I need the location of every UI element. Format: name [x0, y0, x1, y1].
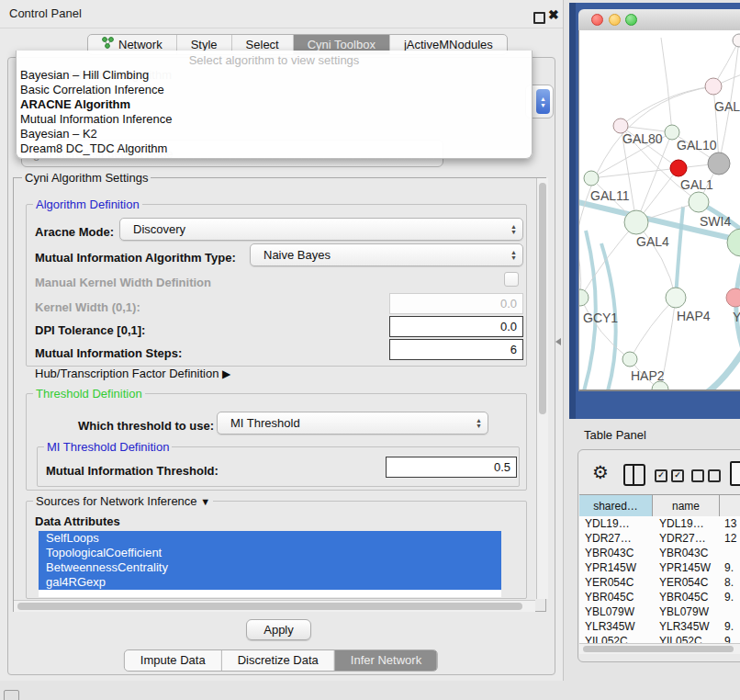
which-threshold-combobox[interactable]: MI Threshold ▲▼: [217, 412, 488, 435]
network-node-label: Y: [733, 310, 740, 324]
mi-steps-field[interactable]: 6: [389, 339, 523, 360]
network-edge[interactable]: [579, 234, 581, 298]
table-row[interactable]: YBR045CYBR045C9.: [579, 590, 740, 604]
table-cell: YBL079W: [653, 604, 720, 619]
bottom-tabbar: Impute DataDiscretize DataInfer Network: [124, 649, 438, 672]
split-divider-arrow[interactable]: [555, 338, 561, 345]
network-node[interactable]: [733, 34, 740, 47]
network-edge[interactable]: [676, 207, 683, 298]
table-row[interactable]: YDL19…YDL19…13: [579, 516, 740, 531]
dropdown-item[interactable]: Bayesian – Hill Climbing: [17, 68, 532, 83]
dropdown-item[interactable]: Mutual Information Inference: [17, 112, 532, 127]
table-column-header[interactable]: shared…: [579, 495, 653, 517]
table-column-header[interactable]: A: [720, 495, 740, 517]
gear-icon[interactable]: ⚙: [592, 461, 609, 483]
dropdown-item[interactable]: Bayesian – K2: [17, 127, 532, 141]
network-edge[interactable]: [661, 38, 672, 132]
manual-kernel-width-checkbox[interactable]: [504, 272, 519, 287]
mi-algorithm-type-combobox[interactable]: Naive Bayes ▲▼: [250, 243, 523, 266]
minimize-traffic-light[interactable]: [609, 14, 621, 26]
table-row[interactable]: YPR145WYPR145W9.: [579, 560, 740, 575]
scrollbar-thumb[interactable]: [17, 603, 522, 610]
table-cell: YPR145W: [653, 560, 720, 575]
minimized-panel-icon[interactable]: [4, 690, 19, 700]
attribute-list-item[interactable]: gal4RGexp: [39, 575, 501, 590]
close-traffic-light[interactable]: [591, 14, 603, 26]
dropdown-item[interactable]: Dream8 DC_TDC Algorithm: [17, 141, 532, 156]
aracne-mode-combobox[interactable]: Discovery ▲▼: [119, 218, 523, 241]
network-node-label: GAL4: [636, 234, 669, 249]
table-row[interactable]: YBL079WYBL079W: [579, 604, 740, 619]
network-node[interactable]: [726, 288, 740, 307]
data-attributes-label: Data Attributes: [35, 514, 120, 528]
network-node[interactable]: [624, 210, 648, 234]
hub-transcription-factor-expander[interactable]: Hub/Transcription Factor Definition ▶: [35, 367, 230, 380]
attribute-list-item[interactable]: SelfLoops: [39, 531, 501, 546]
settings-horizontal-scrollbar[interactable]: [14, 600, 535, 612]
network-node-label: HAP2: [631, 368, 665, 383]
dropdown-item[interactable]: ARACNE Algorithm: [17, 97, 532, 112]
network-edge[interactable]: [580, 222, 636, 298]
network-node[interactable]: [579, 289, 589, 306]
table-cell: YBR045C: [579, 590, 653, 604]
network-edge[interactable]: [630, 298, 676, 359]
network-node-label: GAL11: [590, 188, 630, 203]
table-cell: YER054C: [653, 575, 720, 590]
dpi-tolerance-field[interactable]: 0.0: [389, 316, 523, 337]
scrollbar-thumb[interactable]: [583, 646, 734, 652]
table-cell: YDL19…: [579, 516, 653, 531]
apply-button[interactable]: Apply: [246, 619, 311, 640]
table-cell: [720, 546, 740, 560]
table-row[interactable]: YBR043CYBR043C: [579, 546, 740, 560]
kernel-width-field[interactable]: 0.0: [389, 293, 523, 314]
bottom-tab-infer-network[interactable]: Infer Network: [334, 650, 437, 671]
columns-icon[interactable]: [623, 464, 645, 486]
network-edge[interactable]: [695, 352, 740, 391]
table-cell: YER054C: [579, 575, 653, 590]
algorithm-definition-title: Algorithm Definition: [33, 198, 142, 211]
network-node-label: GAL10: [677, 138, 717, 152]
table-row[interactable]: YIL052CYIL052C9: [579, 634, 740, 643]
network-node[interactable]: [727, 229, 740, 256]
network-node[interactable]: [705, 78, 722, 95]
network-node[interactable]: [670, 160, 687, 176]
network-node[interactable]: [708, 152, 730, 175]
bottom-tab-impute-data[interactable]: Impute Data: [125, 650, 221, 671]
table-row[interactable]: YDR27…YDR27…12: [579, 531, 740, 546]
bottom-tab-discretize-data[interactable]: Discretize Data: [221, 650, 334, 671]
network-edge[interactable]: [621, 86, 713, 126]
network-edge[interactable]: [580, 298, 630, 359]
attribute-list-item[interactable]: BetweennessCentrality: [39, 560, 501, 575]
network-node[interactable]: [689, 192, 709, 212]
dropdown-item[interactable]: Basic Correlation Inference: [17, 83, 532, 97]
network-window-titlebar[interactable]: [578, 9, 740, 31]
table-cell: YBL079W: [579, 604, 653, 619]
file-icon[interactable]: [730, 461, 740, 486]
float-window-icon[interactable]: [533, 12, 545, 24]
unchecked-box-icon: [691, 469, 704, 482]
network-node[interactable]: [666, 288, 686, 308]
sources-group-title[interactable]: Sources for Network Inference ▼: [33, 494, 213, 508]
table-cell: 13: [720, 516, 740, 531]
table-column-header[interactable]: name: [653, 495, 720, 517]
zoom-traffic-light[interactable]: [625, 14, 637, 26]
stepper-arrows-icon: ▲▼: [536, 89, 550, 114]
network-node[interactable]: [622, 352, 637, 367]
network-edge[interactable]: [591, 168, 678, 178]
table-row[interactable]: YLR345WYLR345W9.: [579, 619, 740, 634]
stepper-arrows-icon: ▲▼: [510, 250, 517, 261]
network-node[interactable]: [584, 171, 599, 186]
table-horizontal-scrollbar[interactable]: [579, 643, 740, 654]
network-node-label: GAL1: [680, 177, 713, 192]
attribute-list-item[interactable]: TopologicalCoefficient: [39, 546, 501, 560]
network-view[interactable]: GALGAL80GAL10GAL1GAL11SWI4GAL4GCY1HAP4YH…: [578, 30, 740, 391]
dropdown-list: Bayesian – Hill ClimbingBasic Correlatio…: [17, 68, 532, 156]
scrollbar-thumb[interactable]: [539, 183, 546, 414]
deselect-all-checkboxes-icon[interactable]: [691, 469, 721, 482]
settings-vertical-scrollbar[interactable]: [536, 178, 548, 599]
table-row[interactable]: YER054CYER054C8.: [579, 575, 740, 590]
close-icon[interactable]: ✖: [548, 7, 559, 22]
mi-threshold-field[interactable]: 0.5: [386, 457, 517, 478]
select-all-checkboxes-icon[interactable]: ✓ ✓: [655, 469, 684, 482]
mi-threshold-label: Mutual Information Threshold:: [46, 464, 219, 478]
